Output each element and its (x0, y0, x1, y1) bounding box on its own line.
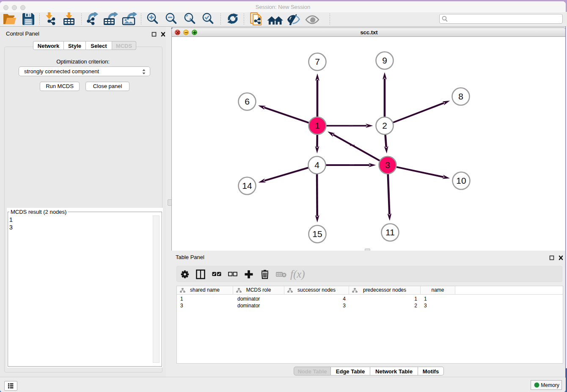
svg-text:11: 11 (385, 227, 395, 237)
svg-text:7: 7 (315, 57, 320, 66)
svg-text:9: 9 (382, 55, 387, 65)
svg-text:2: 2 (382, 121, 387, 130)
svg-text:f(x): f(x) (290, 268, 305, 280)
svg-text:1: 1 (315, 121, 320, 130)
svg-text:6: 6 (245, 97, 250, 106)
svg-text:3: 3 (385, 160, 390, 170)
svg-text:8: 8 (458, 91, 463, 101)
svg-text:4: 4 (314, 160, 319, 170)
svg-text:15: 15 (312, 229, 322, 239)
svg-text:10: 10 (456, 176, 466, 185)
svg-text:14: 14 (242, 181, 252, 190)
